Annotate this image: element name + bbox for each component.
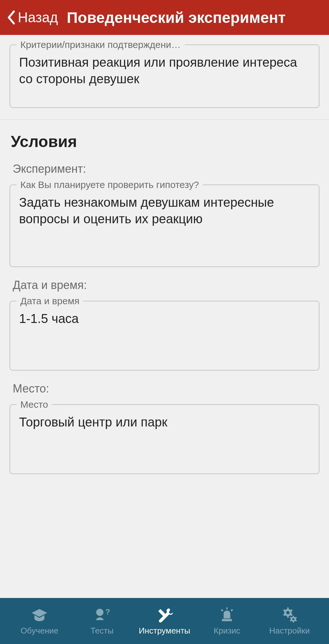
experiment-label: Эксперимент: xyxy=(13,162,319,176)
graduation-icon xyxy=(31,606,48,624)
app-header: Назад Поведенческий эксперимент xyxy=(0,0,329,35)
experiment-field[interactable]: Как Вы планируете проверить гипотезу? За… xyxy=(10,184,319,267)
section-divider xyxy=(0,119,329,120)
nav-label-settings: Настройки xyxy=(269,626,310,636)
back-label: Назад xyxy=(18,10,58,25)
svg-text:?: ? xyxy=(105,607,110,616)
nav-label-tools: Инструменты xyxy=(139,626,190,636)
nav-label-learning: Обучение xyxy=(21,626,58,636)
main-content: Критерии/признаки подтверждени… Позитивн… xyxy=(0,35,329,598)
nav-item-tests[interactable]: ? Тесты xyxy=(71,606,134,636)
bottom-nav: Обучение ? Тесты Инструменты Кризис Наст… xyxy=(0,598,329,644)
datetime-label: Дата и время: xyxy=(13,278,319,292)
experiment-legend: Как Вы планируете проверить гипотезу? xyxy=(17,179,203,190)
nav-item-crisis[interactable]: Кризис xyxy=(196,606,258,636)
tools-icon xyxy=(155,606,173,624)
place-field[interactable]: Место Торговый центр или парк xyxy=(10,404,319,474)
page-title: Поведенческий эксперимент xyxy=(67,9,285,26)
experiment-value: Задать незнакомым девушкам интересные во… xyxy=(19,194,310,227)
conditions-title: Условия xyxy=(11,132,319,151)
datetime-legend: Дата и время xyxy=(17,296,83,306)
criteria-value: Позитивная реакция или проявление интере… xyxy=(19,54,310,87)
datetime-field[interactable]: Дата и время 1-1.5 часа xyxy=(10,301,319,371)
nav-item-tools[interactable]: Инструменты xyxy=(133,606,196,636)
datetime-value: 1-1.5 часа xyxy=(19,310,310,327)
back-button[interactable]: Назад xyxy=(6,10,58,25)
nav-label-tests: Тесты xyxy=(91,626,113,636)
place-legend: Место xyxy=(17,399,52,410)
chevron-left-icon xyxy=(6,10,15,24)
place-value: Торговый центр или парк xyxy=(19,414,310,430)
nav-item-settings[interactable]: Настройки xyxy=(258,606,321,636)
siren-icon xyxy=(218,606,236,624)
place-label: Место: xyxy=(13,382,319,395)
nav-item-learning[interactable]: Обучение xyxy=(8,606,71,636)
criteria-field[interactable]: Критерии/признаки подтверждени… Позитивн… xyxy=(10,44,319,108)
nav-label-crisis: Кризис xyxy=(214,626,240,636)
gears-icon xyxy=(281,606,298,624)
criteria-legend: Критерии/признаки подтверждени… xyxy=(17,39,185,50)
svg-point-0 xyxy=(96,609,104,616)
question-icon: ? xyxy=(93,606,111,624)
